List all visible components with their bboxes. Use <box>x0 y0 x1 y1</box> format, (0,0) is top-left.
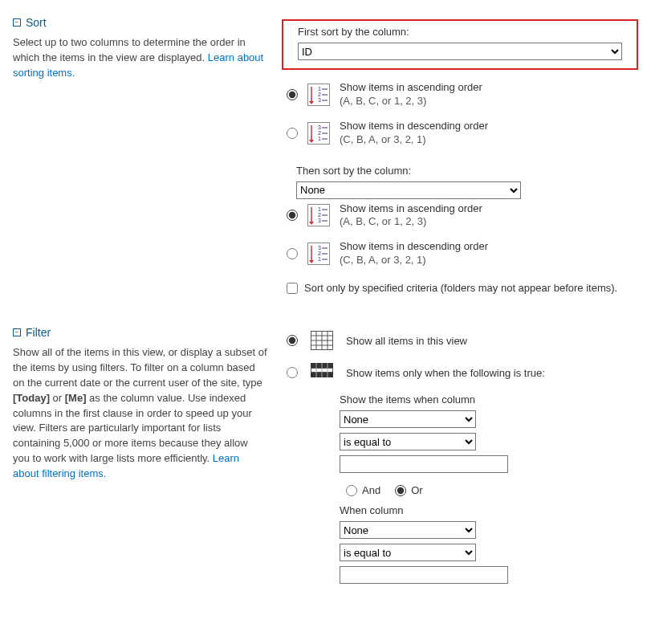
sort-desc-icon: 3 2 1 <box>307 122 330 145</box>
first-sort-label: First sort by the column: <box>298 26 622 38</box>
sort-right: First sort by the column: ID 1 2 3 <box>282 16 638 294</box>
filter-title-row: − Filter <box>13 326 267 339</box>
grid-all-icon <box>311 331 333 350</box>
sort-asc-icon: 1 2 3 <box>307 84 330 106</box>
filter-title: Filter <box>26 326 51 339</box>
filter-right: Show all items in this view Show items o… <box>282 326 638 589</box>
first-sort-select[interactable]: ID <box>298 43 622 60</box>
then-asc-radio[interactable] <box>287 210 298 221</box>
then-sort-label: Then sort by the column: <box>296 165 624 177</box>
collapse-icon[interactable]: − <box>13 328 21 336</box>
sort-only-checkbox[interactable] <box>287 283 298 294</box>
then-desc-row: 3 2 1 Show items in descending order (C,… <box>282 237 638 275</box>
filter-all-radio[interactable] <box>287 335 298 346</box>
svg-text:1: 1 <box>318 86 321 92</box>
sort-only-label: Sort only by specified criteria (folders… <box>304 282 617 294</box>
svg-text:2: 2 <box>318 92 321 97</box>
filter-val2-input[interactable] <box>340 566 508 584</box>
svg-marker-2 <box>309 101 314 104</box>
first-asc-labels: Show items in ascending order (A, B, C, … <box>340 81 482 108</box>
andor-row: And Or <box>340 478 638 504</box>
sort-desc: Select up to two columns to determine th… <box>13 35 267 81</box>
then-asc-row: 1 2 3 Show items in ascending order (A, … <box>282 199 638 238</box>
filter-when-label: Show items only when the following is tr… <box>346 367 545 379</box>
svg-text:3: 3 <box>318 218 321 223</box>
svg-text:3: 3 <box>318 97 321 103</box>
show-when-label: Show the items when column <box>340 393 638 406</box>
svg-marker-20 <box>309 222 314 225</box>
svg-marker-11 <box>309 140 314 143</box>
svg-text:1: 1 <box>318 206 321 212</box>
first-asc-row: 1 2 3 Show items in ascending order (A, … <box>282 78 638 116</box>
svg-text:2: 2 <box>318 130 321 136</box>
filter-col1-select[interactable]: None <box>340 410 476 428</box>
then-desc-labels: Show items in descending order (C, B, A,… <box>340 240 488 267</box>
or-option[interactable]: Or <box>395 484 422 496</box>
filter-desc: Show all of the items in this view, or d… <box>13 345 267 482</box>
filter-left: − Filter Show all of the items in this v… <box>13 326 282 482</box>
filter-col2-select[interactable]: None <box>340 521 476 539</box>
svg-text:1: 1 <box>318 136 321 141</box>
filter-all-row: Show all items in this view <box>282 329 638 361</box>
sort-title-row: − Sort <box>13 16 267 29</box>
svg-text:2: 2 <box>318 212 321 218</box>
sort-left: − Sort Select up to two columns to deter… <box>13 16 282 81</box>
then-asc-labels: Show items in ascending order (A, B, C, … <box>340 202 482 230</box>
grid-filtered-icon <box>311 363 333 382</box>
sort-desc-icon: 3 2 1 <box>307 243 330 265</box>
svg-text:3: 3 <box>318 124 321 130</box>
svg-text:3: 3 <box>318 245 321 251</box>
then-sort-select[interactable]: None <box>296 181 521 199</box>
svg-text:1: 1 <box>318 256 321 262</box>
or-radio[interactable] <box>395 485 406 496</box>
collapse-icon[interactable]: − <box>13 18 21 26</box>
filter-when-row: Show items only when the following is tr… <box>282 361 638 393</box>
filter-all-label: Show all items in this view <box>346 335 467 347</box>
sort-title: Sort <box>26 16 47 29</box>
filter-op2-select[interactable]: is equal to <box>340 544 476 561</box>
and-radio[interactable] <box>346 485 357 496</box>
first-asc-radio[interactable] <box>287 89 298 100</box>
sort-section: − Sort Select up to two columns to deter… <box>13 16 638 294</box>
sort-asc-icon: 1 2 3 <box>307 204 330 226</box>
svg-text:2: 2 <box>318 251 321 256</box>
and-option[interactable]: And <box>346 484 380 496</box>
sort-only-row: Sort only by specified criteria (folders… <box>282 275 638 294</box>
first-sort-highlight: First sort by the column: ID <box>282 19 638 70</box>
filter-section: − Filter Show all of the items in this v… <box>13 326 638 589</box>
first-desc-labels: Show items in descending order (C, B, A,… <box>340 120 488 147</box>
filter-when-radio[interactable] <box>287 367 298 378</box>
filter-val1-input[interactable] <box>340 455 508 473</box>
when-col-label: When column <box>340 504 638 516</box>
first-desc-radio[interactable] <box>287 128 298 139</box>
second-sort-block: Then sort by the column: None <box>282 165 638 199</box>
then-desc-radio[interactable] <box>287 248 298 259</box>
filter-op1-select[interactable]: is equal to <box>340 433 476 450</box>
svg-marker-29 <box>309 260 314 263</box>
filter-detail-1: Show the items when column None is equal… <box>340 393 638 589</box>
first-desc-row: 3 2 1 Show items in descending order (C,… <box>282 116 638 155</box>
